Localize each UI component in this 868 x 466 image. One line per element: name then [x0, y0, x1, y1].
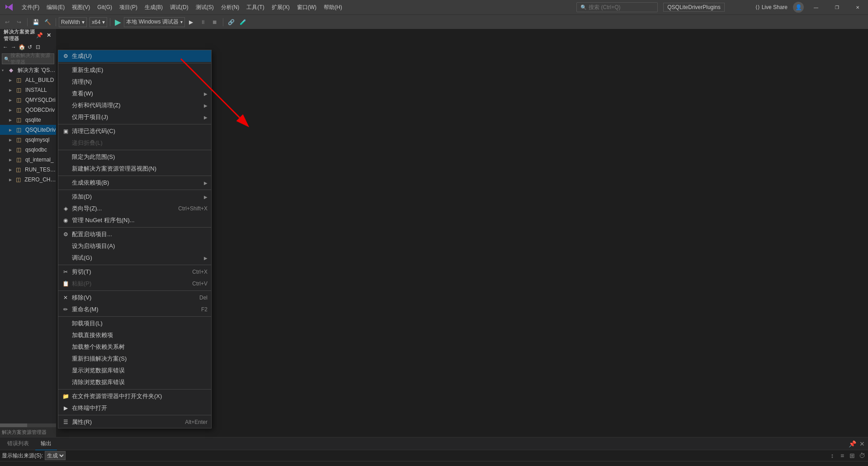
attach-btn[interactable]: 🔗 — [226, 17, 237, 28]
save-all-btn[interactable]: 💾 — [30, 17, 41, 28]
output-source-select[interactable]: 生成 — [45, 451, 66, 460]
ctx-build[interactable]: ⚙ 生成(U) — [58, 50, 211, 62]
tree-item-8[interactable]: ▶ ◫ qt_internal_ — [0, 155, 56, 165]
scissors-icon: ✂ — [62, 268, 69, 276]
tree-item-2[interactable]: ▶ ◫ QMYSQLDri — [0, 95, 56, 105]
sidebar-search[interactable]: 🔍 搜索解决方案资源管理器 — [2, 53, 54, 64]
ctx-cut[interactable]: ✂ 剪切(T) Ctrl+X — [58, 266, 211, 278]
menu-help[interactable]: 帮助(H) — [320, 0, 346, 14]
ctx-analyze[interactable]: 分析和代码清理(Z) ▶ — [58, 100, 211, 111]
ctx-load-tree[interactable]: 加载整个依赖关系树 — [58, 341, 211, 353]
ctx-scope[interactable]: 限定为此范围(S) — [58, 151, 211, 163]
maximize-button[interactable]: ❐ — [826, 0, 847, 14]
tree-item-7[interactable]: ▶ ◫ qsqlodbc — [0, 145, 56, 155]
back-icon[interactable]: ← — [2, 43, 9, 51]
search-input[interactable] — [589, 4, 652, 10]
ctx-clear-db-errors[interactable]: 清除浏览数据库错误 — [58, 376, 211, 388]
minimize-button[interactable]: — — [806, 0, 826, 14]
tree-item-0[interactable]: ▶ ◫ ALL_BUILD — [0, 75, 56, 85]
pin-icon[interactable]: 📌 — [36, 32, 43, 39]
user-avatar[interactable]: 👤 — [793, 2, 804, 13]
sidebar-scrollbar[interactable] — [0, 423, 56, 427]
ctx-show-db-errors[interactable]: 显示浏览数据库错误 — [58, 365, 211, 376]
undo-btn[interactable]: ↩ — [2, 17, 13, 28]
ctx-view[interactable]: 查看(W) ▶ — [58, 88, 211, 100]
tree-item-6[interactable]: ▶ ◫ qsqlmysql — [0, 135, 56, 145]
ctx-clean-selected[interactable]: ▣ 清理已选代码(C) — [58, 125, 211, 137]
menu-test[interactable]: 测试(S) — [192, 0, 217, 14]
output-scroll-btn[interactable]: ↕ — [828, 452, 836, 460]
ctx-rename[interactable]: ✏ 重命名(M) F2 — [58, 304, 211, 315]
stop-btn[interactable]: ⏹ — [209, 17, 220, 28]
menu-project[interactable]: 项目(P) — [116, 0, 141, 14]
ctx-rescan[interactable]: 重新扫描解决方案(S) — [58, 353, 211, 365]
build-config-dropdown[interactable]: RelWith ▾ — [59, 17, 87, 27]
tab-output[interactable]: 输出 — [35, 437, 57, 450]
tree-item-3[interactable]: ▶ ◫ QODBCDriv — [0, 105, 56, 115]
ctx-class-wizard[interactable]: ◈ 类向导(Z)... Ctrl+Shift+X — [58, 203, 211, 214]
panel-close-icon[interactable]: ✕ — [858, 440, 866, 448]
live-testing-btn[interactable]: 🧪 — [238, 17, 249, 28]
ctx-unload[interactable]: 卸载项目(L) — [58, 318, 211, 329]
close-sidebar-icon[interactable]: ✕ — [45, 32, 52, 39]
filter-icon[interactable]: ⊡ — [34, 43, 42, 51]
ctx-config-startup[interactable]: ⚙ 配置启动项目... — [58, 228, 211, 240]
continue-btn[interactable]: ▶ — [186, 17, 197, 28]
tree-item-4[interactable]: ▶ ◫ qsqlite — [0, 115, 56, 125]
vs-logo — [0, 0, 18, 14]
ctx-rebuild[interactable]: 重新生成(E) — [58, 64, 211, 76]
tree-item-9[interactable]: ▶ ◫ RUN_TESTS — [0, 165, 56, 175]
menu-edit[interactable]: 编辑(E) — [43, 0, 68, 14]
ctx-add[interactable]: 添加(D) ▶ — [58, 191, 211, 203]
menu-window[interactable]: 窗口(W) — [293, 0, 320, 14]
ctx-open-folder[interactable]: 📁 在文件资源管理器中打开文件夹(X) — [58, 390, 211, 402]
ctx-project-only[interactable]: 仅用于项目(J) ▶ — [58, 111, 211, 123]
tree-item-5[interactable]: ▶ ◫ QSQLiteDriv — [0, 125, 56, 135]
ctx-set-startup[interactable]: 设为启动项目(A) — [58, 240, 211, 252]
ctx-new-view[interactable]: 新建解决方案资源管理器视图(N) — [58, 163, 211, 175]
ctx-open-terminal[interactable]: ▶ 在终端中打开 — [58, 402, 211, 414]
menu-tools[interactable]: 工具(T) — [243, 0, 268, 14]
tree-item-1[interactable]: ▶ ◫ INSTALL — [0, 85, 56, 95]
home-icon[interactable]: 🏠 — [18, 43, 25, 51]
close-button[interactable]: ✕ — [847, 0, 868, 14]
panel-pin-icon[interactable]: 📌 — [848, 440, 856, 448]
ctx-load-direct[interactable]: 加载直接依赖项 — [58, 329, 211, 341]
load-tree-icon — [62, 343, 69, 351]
menu-git[interactable]: Git(G) — [94, 0, 116, 14]
output-clock-icon[interactable]: ⏱ — [858, 452, 866, 460]
forward-icon[interactable]: → — [10, 43, 17, 51]
pause-btn[interactable]: ⏸ — [198, 17, 208, 28]
unload-icon — [62, 320, 69, 327]
menu-analyze[interactable]: 分析(N) — [217, 0, 243, 14]
ctx-build-deps[interactable]: 生成依赖项(B) ▶ — [58, 177, 211, 189]
ctx-clean[interactable]: 清理(N) — [58, 76, 211, 88]
chevron-right-icon: ▶ — [9, 108, 16, 112]
live-share-button[interactable]: ⟨⟩ Live Share — [752, 3, 791, 11]
sep — [58, 316, 211, 317]
tab-errors[interactable]: 错误列表 — [2, 437, 34, 450]
ctx-debug-g[interactable]: 调试(G) ▶ — [58, 252, 211, 264]
debug-target-dropdown[interactable]: 本地 Windows 调试器 ▾ — [124, 17, 184, 27]
run-button[interactable]: ▶ — [113, 17, 123, 27]
ctx-nuget[interactable]: ◉ 管理 NuGet 程序包(N)... — [58, 214, 211, 226]
search-box[interactable]: 🔍 — [576, 2, 658, 12]
platform-dropdown[interactable]: x64 ▾ — [90, 17, 107, 27]
menu-build[interactable]: 生成(B) — [141, 0, 166, 14]
output-icon2[interactable]: ⊞ — [848, 452, 856, 460]
paste-icon: 📋 — [62, 280, 69, 287]
menu-debug[interactable]: 调试(D) — [166, 0, 192, 14]
tree-item-10[interactable]: ▶ ◫ ZERO_CHEC — [0, 175, 56, 185]
redo-btn[interactable]: ↪ — [14, 17, 24, 28]
menu-view[interactable]: 视图(V) — [68, 0, 94, 14]
sep2 — [56, 18, 56, 26]
sync-icon[interactable]: ↺ — [26, 43, 33, 51]
tree-item-solution[interactable]: ▾ ◆ 解决方案 'QSQL — [0, 65, 56, 75]
sep — [58, 150, 211, 150]
ctx-remove[interactable]: ✕ 移除(V) Del — [58, 292, 211, 304]
ctx-properties[interactable]: ☰ 属性(R) Alt+Enter — [58, 416, 211, 428]
output-icon1[interactable]: ≡ — [838, 452, 846, 460]
menu-extensions[interactable]: 扩展(X) — [268, 0, 293, 14]
menu-file[interactable]: 文件(F) — [18, 0, 43, 14]
build-all-btn[interactable]: 🔨 — [42, 17, 53, 28]
